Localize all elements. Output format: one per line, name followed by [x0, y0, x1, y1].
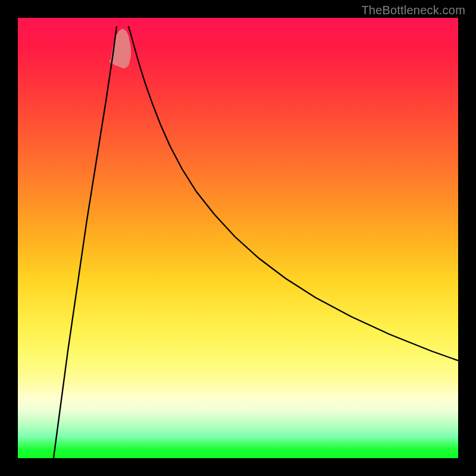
bottleneck-curve	[54, 27, 458, 458]
plot-area	[18, 18, 458, 458]
watermark-text: TheBottleneck.com	[361, 4, 465, 17]
curve-layer	[18, 18, 458, 458]
valley-marker-blob	[109, 29, 131, 68]
